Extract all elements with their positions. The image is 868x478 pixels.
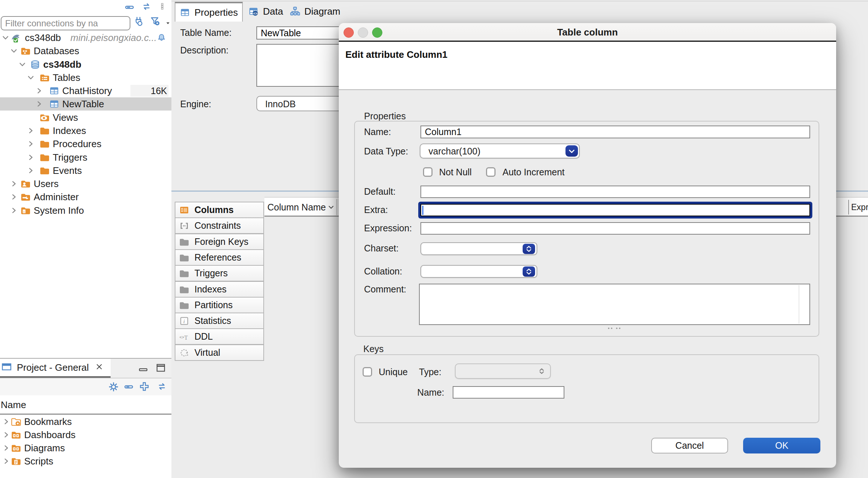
tree-item-administer-folder[interactable]: Administer <box>0 190 172 203</box>
chevron-right-icon[interactable] <box>10 193 18 201</box>
tree-item-systeminfo-folder[interactable]: iSystem Info <box>0 204 172 217</box>
tree-item-connection-cs348db[interactable]: cs348dbmini.peisongxiao.c... <box>0 31 172 44</box>
description-label: Description: <box>180 45 229 56</box>
view-menu-icon[interactable] <box>159 1 166 13</box>
chevron-right-icon[interactable] <box>2 444 10 452</box>
project-tab-label: Project - General <box>17 362 89 373</box>
autoincrement-checkbox[interactable] <box>486 167 496 177</box>
notnull-checkbox[interactable] <box>423 167 433 177</box>
tree-item-triggers-folder[interactable]: Triggers <box>0 151 172 164</box>
tree-item-label: Procedures <box>53 137 101 150</box>
tree-item-databases-folder[interactable]: Databases <box>0 44 172 57</box>
default-input[interactable] <box>420 186 810 198</box>
cancel-button[interactable]: Cancel <box>651 438 728 453</box>
side-tab-virtual[interactable]: Virtual <box>175 344 264 361</box>
chevron-right-icon[interactable] <box>10 206 18 214</box>
collation-combo[interactable] <box>420 265 537 278</box>
charset-combo[interactable] <box>420 242 537 255</box>
tab-diagram[interactable]: Diagram <box>288 2 342 21</box>
unique-checkbox[interactable] <box>363 367 372 377</box>
chevron-down-icon[interactable] <box>10 47 18 55</box>
tree-item-label: Users <box>34 177 59 190</box>
chevron-down-icon[interactable] <box>1 34 10 42</box>
chevron-right-icon[interactable] <box>10 180 18 188</box>
chevron-right-icon[interactable] <box>35 87 43 95</box>
keys-type-combo-disabled[interactable] <box>455 363 551 379</box>
side-tab-constraints[interactable]: Constraints <box>175 217 264 234</box>
tree-item-table-chathistory[interactable]: ChatHistory16K <box>0 84 172 97</box>
tree-item-indexes-folder[interactable]: Indexes <box>0 124 172 137</box>
datatype-combo[interactable]: varchar(100) <box>420 143 580 158</box>
chevron-right-icon[interactable] <box>27 140 35 148</box>
ok-button[interactable]: OK <box>743 438 820 453</box>
minimize-icon[interactable] <box>138 365 148 371</box>
chevron-right-icon[interactable] <box>27 167 35 175</box>
column-name-label: Name: <box>364 125 391 138</box>
extra-input-focused[interactable] <box>420 204 810 216</box>
expression-input[interactable] <box>420 222 810 235</box>
project-item-scripts-folder[interactable]: Scripts <box>0 455 172 468</box>
settings-gear-icon[interactable] <box>108 382 119 392</box>
side-tab-ddl[interactable]: <>TDDL <box>175 328 264 345</box>
expression-header-label: Expr <box>851 202 868 212</box>
chevron-right-icon[interactable] <box>27 153 35 161</box>
maximize-icon[interactable] <box>156 363 166 373</box>
resize-grip-dots[interactable] <box>608 327 623 329</box>
chevron-right-icon[interactable] <box>2 418 10 426</box>
project-name-column-header[interactable]: Name <box>0 395 172 414</box>
column-name-input[interactable] <box>420 126 810 138</box>
collapse-panel-icon[interactable] <box>125 2 135 12</box>
project-item-dashboards-folder[interactable]: Dashboards <box>0 428 172 441</box>
chevron-right-icon[interactable] <box>2 457 10 465</box>
diagram-tab-label: Diagram <box>304 6 340 17</box>
project-item-diagrams-folder[interactable]: Diagrams <box>0 441 172 455</box>
sort-chevron-icon[interactable] <box>327 203 335 212</box>
side-tab-indexes[interactable]: Indexes <box>175 281 264 298</box>
filter-connections-input[interactable] <box>1 16 130 30</box>
keys-type-stepper-gray <box>538 366 546 377</box>
collation-label: Collation: <box>364 265 402 278</box>
chevron-down-icon[interactable] <box>18 60 26 68</box>
tree-item-views-folder[interactable]: Views <box>0 111 172 124</box>
tab-properties[interactable]: Properties <box>175 2 243 22</box>
tab-project-general[interactable]: Project - General <box>0 359 111 378</box>
dialog-titlebar[interactable]: Table column <box>339 23 836 42</box>
expand-add-icon[interactable] <box>139 381 150 392</box>
tree-item-table-newtable[interactable]: NewTable <box>0 97 172 111</box>
chevron-right-icon[interactable] <box>27 127 35 135</box>
folder-plain-icon <box>40 126 50 136</box>
link-with-editor-icon[interactable] <box>141 1 152 12</box>
folder-plain-icon <box>40 152 50 163</box>
collapse-all-icon[interactable] <box>124 382 135 392</box>
tree-item-events-folder[interactable]: Events <box>0 164 172 177</box>
side-tab-foreign-keys[interactable]: Foreign Keys <box>175 234 264 250</box>
tab-data[interactable]: <> Data <box>246 2 287 21</box>
side-tab-columns[interactable]: Columns <box>175 202 264 218</box>
plug-icon[interactable] <box>133 16 148 31</box>
side-tab-references[interactable]: References <box>175 249 264 266</box>
close-icon[interactable] <box>95 363 104 371</box>
tree-item-users-folder[interactable]: Users <box>0 177 172 190</box>
collation-stepper-button[interactable] <box>523 266 535 277</box>
keys-name-input[interactable] <box>453 386 564 399</box>
side-tab-partitions[interactable]: Partitions <box>175 297 264 313</box>
side-tab-statistics[interactable]: iStatistics <box>175 313 264 329</box>
tree-item-database-cs348db[interactable]: cs348db <box>0 58 172 71</box>
side-tab-triggers[interactable]: Triggers <box>175 265 264 281</box>
chevron-right-icon[interactable] <box>2 431 10 439</box>
database-navigator-panel: cs348dbmini.peisongxiao.c...Databasescs3… <box>0 0 172 478</box>
comment-textarea[interactable] <box>419 284 810 325</box>
filter-objects-icon[interactable] <box>150 16 165 31</box>
side-tab-label: Virtual <box>194 347 220 358</box>
charset-stepper-button[interactable] <box>523 244 535 254</box>
chevron-down-icon[interactable] <box>27 74 35 82</box>
chevron-right-icon[interactable] <box>35 100 43 108</box>
datatype-dropdown-button[interactable] <box>565 145 578 157</box>
engine-value: InnoDB <box>265 99 296 109</box>
project-item-bookmarks-folder[interactable]: Bookmarks <box>0 415 172 428</box>
link-editor-icon[interactable] <box>157 381 168 392</box>
tree-item-tables-folder[interactable]: Tables <box>0 71 172 84</box>
datatype-value: varchar(100) <box>429 146 481 157</box>
tree-item-procedures-folder[interactable]: Procedures <box>0 137 172 150</box>
filter-dropdown-caret[interactable] <box>166 20 171 26</box>
